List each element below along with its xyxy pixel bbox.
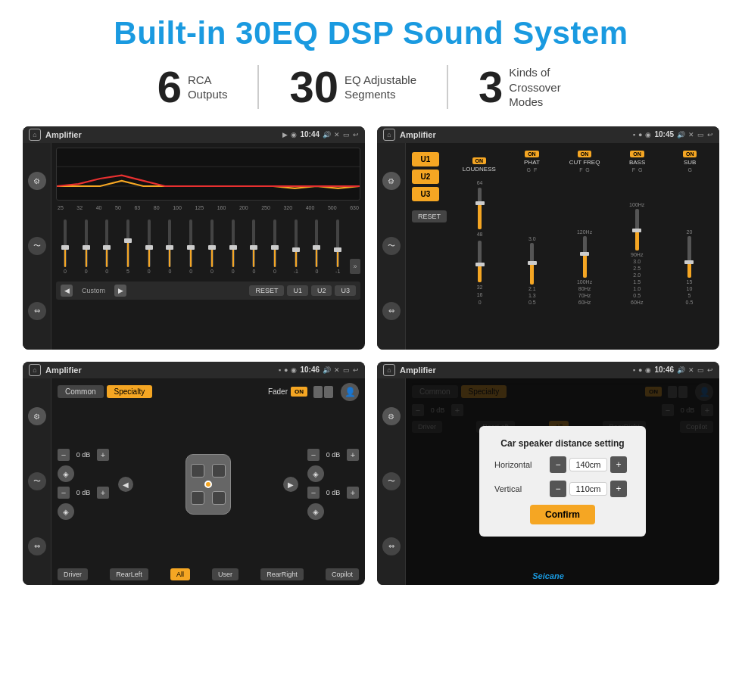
fader-left-btn[interactable]: ◀ [118, 477, 133, 492]
fader-plus-fr[interactable]: + [347, 449, 359, 461]
modal-horizontal-plus[interactable]: + [610, 456, 627, 473]
amp-u2-btn[interactable]: U2 [412, 170, 439, 184]
loudness-slider[interactable] [478, 188, 482, 229]
amp-wave-icon[interactable]: 〜 [382, 237, 401, 255]
fader-left-controls: − 0 dB + ◈ − 0 dB + ◈ [58, 449, 109, 520]
dist-arrows-icon[interactable]: ⇔ [382, 537, 401, 555]
fader-arrows-icon[interactable]: ⇔ [28, 537, 46, 555]
fader-sidebar: ⚙ 〜 ⇔ [23, 378, 51, 585]
fader-rearright-btn[interactable]: RearRight [260, 568, 304, 580]
speaker-fr-icon: ◈ [307, 465, 324, 482]
eq-slider-2[interactable]: 0 [77, 219, 95, 274]
fader-db-fl: − 0 dB + [58, 449, 109, 461]
eq-slider-8[interactable]: 0 [203, 219, 221, 274]
modal-vertical-ctrl: − 110cm + [550, 481, 627, 497]
eq-slider-11[interactable]: 0 [266, 219, 284, 274]
eq-slider-13[interactable]: 0 [308, 219, 326, 274]
fader-minus-fl[interactable]: − [58, 449, 70, 461]
eq-wave-icon[interactable]: 〜 [28, 237, 46, 255]
amp-reset-btn[interactable]: RESET [412, 210, 447, 222]
fader-user-icon[interactable]: 👤 [341, 383, 359, 401]
distance-screen: Amplifier ▪ ● ◉ 10:46 🔊 ✕ ▭ ↩ ⚙ 〜 ⇔ [377, 362, 719, 585]
car-center-dot [204, 481, 212, 488]
phat-slider[interactable] [530, 243, 534, 285]
eq-slider-4[interactable]: 5 [119, 219, 137, 274]
fader-minus-fr[interactable]: − [307, 449, 320, 461]
fader-plus-rl[interactable]: + [97, 487, 109, 499]
sub-slider[interactable] [687, 236, 691, 278]
amp-phat-label: PHAT [524, 159, 540, 166]
eq-arrows-icon[interactable]: ⇔ [28, 302, 46, 320]
dist-home-icon[interactable] [383, 364, 395, 376]
fader-driver-btn[interactable]: Driver [58, 568, 88, 580]
eq-freq-labels: 25 32 40 50 63 80 100 125 160 200 250 32… [56, 205, 360, 210]
modal-vertical-plus[interactable]: + [610, 481, 627, 497]
amp-u1-btn[interactable]: U1 [412, 152, 439, 166]
amp-on-loudness[interactable]: ON [472, 157, 487, 164]
amp-time: 10:45 [654, 130, 674, 138]
fader-plus-rr[interactable]: + [347, 487, 359, 499]
amp-u3-btn[interactable]: U3 [412, 187, 439, 201]
fader-tab-specialty[interactable]: Specialty [107, 385, 153, 398]
eq-slider-12[interactable]: -1 [287, 219, 305, 274]
amp-on-cutfreq[interactable]: ON [578, 151, 592, 157]
fader-minus-rl[interactable]: − [58, 487, 70, 499]
amp-presets: U1 U2 U3 RESET [412, 152, 447, 222]
dist-wave-icon[interactable]: 〜 [382, 472, 401, 490]
eq-slider-9[interactable]: 0 [224, 219, 242, 274]
eq-prev-btn[interactable]: ◀ [61, 285, 73, 297]
eq-slider-10[interactable]: 0 [245, 219, 263, 274]
fader-settings-icon[interactable]: ⚙ [28, 407, 46, 425]
fader-wave-icon[interactable]: 〜 [28, 472, 46, 490]
fader-plus-fl[interactable]: + [97, 449, 109, 461]
eq-slider-14[interactable]: -1 [329, 219, 347, 274]
eq-slider-6[interactable]: 0 [161, 219, 179, 274]
speaker-rr-icon: ◈ [307, 503, 324, 520]
fader-on-badge[interactable]: ON [291, 387, 307, 397]
eq-slider-1[interactable]: 0 [56, 219, 74, 274]
eq-sliders: 0 0 [56, 216, 360, 277]
cutfreq-slider[interactable] [583, 236, 587, 278]
fader-dot-icon: ● [284, 366, 288, 374]
eq-more-icon[interactable]: » [350, 259, 360, 274]
amp-on-phat[interactable]: ON [525, 151, 539, 157]
fader-copilot-btn[interactable]: Copilot [326, 568, 359, 580]
fader-home-icon[interactable] [29, 364, 41, 376]
eq-slider-7[interactable]: 0 [182, 219, 200, 274]
fader-minus-rr[interactable]: − [307, 487, 320, 499]
stats-row: 6 RCAOutputs 30 EQ AdjustableSegments 3 … [23, 65, 719, 110]
stat-rca: 6 RCAOutputs [127, 65, 260, 109]
fader-user-btn[interactable]: User [212, 568, 238, 580]
eq-settings-icon[interactable]: ⚙ [28, 172, 46, 190]
eq-reset-btn[interactable]: RESET [249, 285, 284, 296]
amp-arrows-icon[interactable]: ⇔ [382, 302, 401, 320]
loudness-slider2[interactable] [478, 241, 482, 282]
dist-settings-icon[interactable]: ⚙ [382, 407, 401, 425]
eq-slider-3[interactable]: 0 [98, 219, 116, 274]
amp-main: U1 U2 U3 RESET ON LOUDNESS [406, 143, 719, 350]
fader-tab-common[interactable]: Common [58, 385, 104, 398]
modal-horizontal-minus[interactable]: − [550, 456, 566, 473]
fader-back-icon: ↩ [353, 366, 359, 374]
eq-u2-btn[interactable]: U2 [311, 285, 332, 296]
fader-val-fl: 0 dB [73, 451, 94, 459]
eq-u1-btn[interactable]: U1 [287, 285, 308, 296]
amp-on-sub[interactable]: ON [683, 151, 697, 157]
home-icon[interactable] [29, 129, 41, 141]
amp-settings-icon[interactable]: ⚙ [382, 172, 401, 190]
fader-all-btn[interactable]: All [170, 568, 190, 580]
distance-modal: Car speaker distance setting Horizontal … [479, 426, 646, 537]
fader-rearleft-btn[interactable]: RearLeft [110, 568, 148, 580]
amp-on-bass[interactable]: ON [630, 151, 644, 157]
modal-confirm-button[interactable]: Confirm [530, 505, 595, 524]
fader-right-btn[interactable]: ▶ [283, 477, 298, 492]
eq-next-btn[interactable]: ▶ [114, 285, 126, 297]
amp-home-icon[interactable] [383, 129, 395, 141]
amp-ch-bass: ON BASS F G [614, 151, 661, 173]
eq-slider-5[interactable]: 0 [140, 219, 158, 274]
back-icon: ↩ [353, 131, 359, 138]
amp-bass-sub: F G [632, 167, 643, 173]
bass-slider[interactable] [635, 209, 639, 250]
modal-vertical-minus[interactable]: − [550, 481, 566, 497]
eq-u3-btn[interactable]: U3 [335, 285, 356, 296]
